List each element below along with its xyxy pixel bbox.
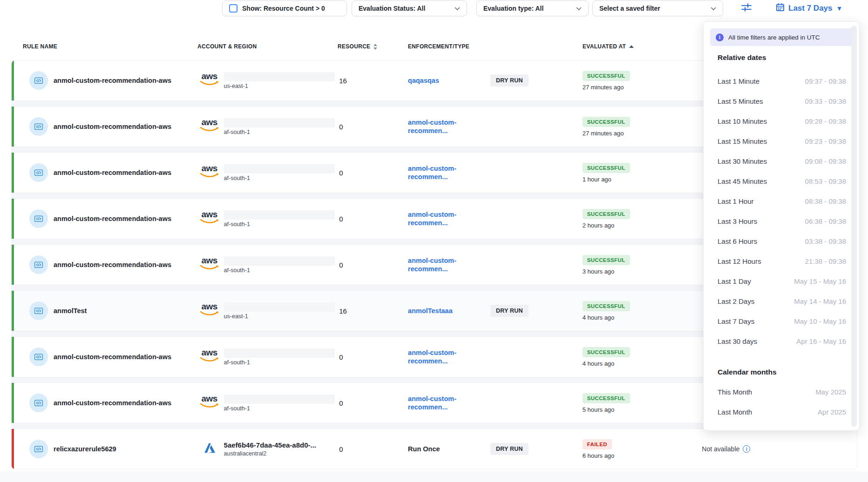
resource-count-label: Show: Resource Count > 0: [242, 5, 325, 12]
info-icon[interactable]: i: [743, 445, 750, 453]
date-range-option[interactable]: Last 12 Hours 21:38 - 09:38: [704, 251, 859, 271]
column-rule-name: RULE NAME: [11, 43, 197, 50]
enforcement-link[interactable]: anmol-custom-recommen...: [408, 119, 456, 134]
enforcement-link[interactable]: anmol-custom-recommen...: [408, 349, 456, 365]
date-range-option[interactable]: Last 10 Minutes 09:28 - 09:38: [704, 111, 859, 131]
column-resource[interactable]: RESOURCE: [338, 43, 408, 50]
option-label: Last 5 Minutes: [718, 97, 763, 105]
option-value: May 15 - May 16: [794, 277, 846, 285]
date-range-option[interactable]: Last 3 Hours 06:38 - 09:38: [704, 211, 859, 231]
filter-toolbar: Show: Resource Count > 0 Evaluation Stat…: [0, 0, 868, 19]
option-value: 09:23 - 09:38: [805, 137, 846, 145]
dry-run-badge: DRY RUN: [490, 305, 529, 317]
saved-filter-select[interactable]: Select a saved filter: [592, 0, 723, 16]
evaluation-type-select[interactable]: Evaluation type: All: [476, 0, 589, 16]
date-range-option[interactable]: Last 30 days Apr 16 - May 16: [704, 331, 859, 351]
table-row[interactable]: relicxazurerule5629 aws: [11, 428, 857, 469]
option-label: Last 15 Minutes: [718, 137, 767, 145]
evaluated-time: 3 hours ago: [583, 268, 615, 275]
option-label: Last 30 Minutes: [718, 157, 767, 165]
evaluated-time: 6 hours ago: [583, 452, 615, 459]
account-redacted-bar: [224, 348, 335, 358]
aws-logo-icon: aws: [200, 302, 219, 316]
account-redacted-bar: [224, 302, 335, 312]
evaluation-type-label: Evaluation type: All: [483, 5, 543, 12]
date-range-option[interactable]: Last 2 Days May 14 - May 16: [704, 291, 859, 311]
account-redacted-bar: [224, 256, 335, 266]
region-label: af-south-1: [224, 221, 335, 228]
page-background-strip: [0, 471, 868, 482]
date-range-option[interactable]: Last 1 Hour 08:38 - 09:38: [704, 191, 859, 211]
calendar-icon: [776, 3, 785, 14]
option-label: This Month: [718, 388, 752, 396]
option-value: 03:38 - 09:38: [805, 237, 846, 245]
status-stripe: [12, 337, 14, 377]
resource-count: 16: [339, 77, 347, 85]
region-label: af-south-1: [224, 129, 335, 135]
date-range-button[interactable]: Last 7 Days ▼: [776, 1, 842, 15]
date-range-option[interactable]: Last 6 Hours 03:38 - 09:38: [704, 231, 859, 251]
azure-logo-icon: [203, 442, 216, 455]
status-stripe: [12, 429, 14, 469]
column-evaluated-at[interactable]: EVALUATED AT: [583, 43, 702, 50]
option-label: Last Month: [718, 408, 752, 416]
rule-name: anmol-custom-recommendation-aws: [54, 77, 171, 84]
date-range-option[interactable]: This Month May 2025: [704, 382, 859, 402]
resource-count-checkbox[interactable]: [229, 4, 237, 13]
sort-both-icon[interactable]: [373, 44, 377, 50]
aws-logo-icon: aws: [200, 394, 219, 408]
dry-run-badge: DRY RUN: [490, 74, 529, 87]
account-id: 5aef6b46-7daa-45ea-a8d0-...: [224, 441, 316, 449]
status-badge: SUCCESSFUL: [583, 393, 630, 403]
status-badge: SUCCESSFUL: [583, 347, 630, 357]
resource-count: 0: [339, 399, 343, 407]
enforcement-link[interactable]: anmol-custom-recommen...: [408, 395, 456, 411]
date-range-option[interactable]: Last 1 Day May 15 - May 16: [704, 271, 859, 291]
rule-icon: [29, 348, 48, 366]
column-account-region: ACCOUNT & REGION: [197, 43, 338, 50]
resource-count: 0: [339, 353, 343, 361]
region-label: us-east-1: [224, 313, 335, 320]
enforcement-link[interactable]: anmol-custom-recommen...: [408, 257, 456, 273]
dry-run-badge: DRY RUN: [490, 443, 529, 455]
rule-name: relicxazurerule5629: [54, 445, 116, 453]
region-label: us-east-1: [224, 83, 335, 89]
option-label: Last 2 Days: [718, 297, 754, 305]
option-label: Last 1 Hour: [718, 197, 754, 205]
status-stripe: [12, 383, 14, 423]
resource-count-filter[interactable]: Show: Resource Count > 0: [222, 0, 347, 16]
not-available-text: Not available: [702, 445, 739, 453]
calendar-months-heading: Calendar months: [718, 368, 859, 378]
rule-icon: [29, 209, 48, 228]
enforcement-link[interactable]: qaqasqas: [408, 77, 439, 84]
option-value: 09:33 - 09:38: [805, 97, 846, 105]
date-range-option[interactable]: Last Month Apr 2025: [704, 402, 859, 422]
date-range-option[interactable]: Last 5 Minutes 09:33 - 09:38: [704, 91, 859, 111]
status-badge: SUCCESSFUL: [583, 71, 630, 81]
chevron-down-icon: [454, 5, 460, 12]
aws-logo-icon: aws: [200, 72, 219, 86]
status-stripe: [12, 60, 14, 100]
resource-count: 0: [339, 215, 343, 223]
date-range-option[interactable]: Last 15 Minutes 09:23 - 09:38: [704, 131, 859, 151]
date-range-option[interactable]: Last 7 Days May 10 - May 16: [704, 311, 859, 331]
enforcement-link[interactable]: anmolTestaaa: [408, 307, 453, 315]
status-stripe: [12, 199, 14, 239]
option-value: May 14 - May 16: [794, 297, 846, 305]
aws-logo-icon: aws: [200, 348, 219, 362]
advanced-filters-button[interactable]: [739, 2, 753, 14]
scrollbar-track[interactable]: [851, 26, 857, 427]
rule-name: anmol-custom-recommendation-aws: [54, 215, 171, 222]
enforcement-link[interactable]: anmol-custom-recommen...: [408, 165, 456, 181]
sort-ascending-icon: [629, 45, 634, 48]
option-value: May 2025: [815, 388, 846, 396]
date-range-option[interactable]: Last 1 Minute 09:37 - 09:38: [704, 71, 859, 91]
evaluation-status-select[interactable]: Evaluation Status: All: [352, 0, 467, 16]
aws-logo-icon: aws: [200, 164, 219, 178]
date-range-option[interactable]: Last 30 Minutes 09:08 - 09:38: [704, 151, 859, 171]
option-label: Last 1 Minute: [718, 77, 760, 85]
date-range-option[interactable]: Last 45 Minutes 08:53 - 09:38: [704, 171, 859, 191]
enforcement-link[interactable]: anmol-custom-recommen...: [408, 211, 456, 227]
account-redacted-bar: [224, 72, 335, 81]
evaluated-time: 1 hour ago: [583, 176, 611, 183]
